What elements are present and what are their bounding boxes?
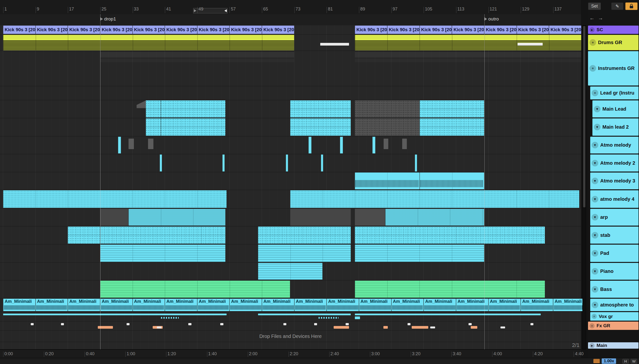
unfold-icon[interactable]: ▼ <box>592 142 598 148</box>
lane-stab[interactable] <box>0 226 581 244</box>
clip-thinv[interactable] <box>308 137 311 154</box>
audio-clip[interactable]: Am_Minimali <box>133 299 165 311</box>
unfold-icon[interactable]: ▼ <box>592 250 598 256</box>
track-header-main-lead[interactable]: ▼Main Lead <box>592 100 638 118</box>
lane-vox-gr[interactable] <box>0 312 581 321</box>
lane-atmo-melody-2[interactable] <box>0 154 581 172</box>
menu-icon[interactable]: ≡ <box>592 314 597 319</box>
locator-row[interactable]: drop1outro <box>0 14 581 26</box>
clip-pad[interactable] <box>100 244 225 262</box>
lane-atmo-melody[interactable] <box>0 136 581 154</box>
clip-lead[interactable] <box>290 100 351 118</box>
clip-thinv[interactable] <box>340 137 343 154</box>
locator-drop1[interactable]: drop1 <box>100 16 116 22</box>
lane-main-lead[interactable] <box>0 100 581 118</box>
track-header-atmo-melody[interactable]: ▼Atmo melody <box>590 137 638 154</box>
clip-fxo[interactable] <box>98 326 113 329</box>
kick-clip[interactable]: Kick 90s 3 [20 <box>517 26 549 34</box>
track-header-main[interactable]: ▶Main <box>588 342 638 349</box>
clip-bass[interactable] <box>100 281 290 298</box>
draw-mode-button[interactable]: ✎ <box>611 2 623 10</box>
clip-drum[interactable] <box>355 35 581 50</box>
clip-voxline[interactable] <box>355 316 360 319</box>
clip-ghost[interactable] <box>100 52 294 58</box>
clip-fxo[interactable] <box>383 326 388 329</box>
audio-clip[interactable]: Am_Minimali <box>392 299 424 311</box>
kick-clip[interactable]: Kick 90s 3 [20 <box>549 26 581 34</box>
lane-main[interactable]: 2/1 <box>0 342 581 350</box>
lane-atmo-melody-4[interactable] <box>0 190 581 208</box>
unfold-icon[interactable]: ▼ <box>592 268 598 274</box>
clip-thinv[interactable] <box>321 154 323 172</box>
clip-leadgray[interactable] <box>355 118 419 136</box>
clip-fxw[interactable] <box>408 323 411 326</box>
clip-pad[interactable] <box>258 244 351 262</box>
audio-clip[interactable]: Am_Minimali <box>294 299 327 311</box>
lane-main-lead-2[interactable] <box>0 118 581 136</box>
clip-grayflat[interactable] <box>355 209 385 226</box>
kick-clip[interactable]: Kick 90s 3 [20 <box>133 26 165 34</box>
lock-button[interactable] <box>625 2 637 10</box>
track-header-lead-gr-instru[interactable]: ≡Lead gr (Instru <box>590 86 638 100</box>
beat-time-ruler[interactable]: 191725334149576573818997105113121129137 <box>0 0 581 14</box>
clip-fxw[interactable] <box>283 323 286 326</box>
clip-pad[interactable] <box>258 263 323 280</box>
clip-thinvgray[interactable] <box>384 139 388 149</box>
clip-fxw[interactable] <box>530 323 533 326</box>
lane-lead-gr-instru[interactable] <box>0 86 581 100</box>
unfold-icon[interactable]: ▼ <box>594 124 600 130</box>
track-header-atmosphere-to[interactable]: ▼atmosphere to <box>590 299 638 311</box>
clip-lead[interactable] <box>146 118 160 136</box>
back-arrow-icon[interactable]: ← <box>589 15 595 21</box>
clip-pad[interactable] <box>355 244 484 262</box>
audio-clip[interactable]: Am_Minimali <box>521 299 553 311</box>
clip-fxw[interactable] <box>61 323 64 326</box>
clip-thinv[interactable] <box>415 154 417 172</box>
kick-clip[interactable]: Kick 90s 3 [20 <box>165 26 197 34</box>
kick-clip[interactable]: Kick 90s 3 [20 <box>3 26 35 34</box>
clip-bass[interactable] <box>355 281 545 298</box>
clip-fxw[interactable] <box>127 323 130 326</box>
track-header-atmo-melody-2[interactable]: ▼Atmo melody 2 <box>590 154 638 172</box>
clip-darklines[interactable] <box>290 209 351 226</box>
clip-ghost[interactable] <box>355 52 581 58</box>
audio-clip[interactable]: Am_Minimali <box>100 299 132 311</box>
kick-clip[interactable]: Kick 90s 3 [20 <box>484 26 517 34</box>
track-header-main-lead-2[interactable]: ▼Main lead 2 <box>592 118 638 136</box>
lane-instruments-gr[interactable] <box>0 51 581 86</box>
clip-dash[interactable] <box>161 317 179 319</box>
clip-darklines[interactable] <box>100 209 128 226</box>
unfold-icon[interactable]: ▼ <box>592 286 598 292</box>
lane-pad[interactable] <box>0 244 581 263</box>
unfold-icon[interactable]: ▼ <box>592 302 598 308</box>
unfold-icon[interactable]: ▼ <box>592 232 598 238</box>
kick-clip[interactable]: Kick 90s 3 [20 <box>262 26 294 34</box>
audio-clip[interactable]: Am_Minimali <box>262 299 294 311</box>
clip-thinvgray[interactable] <box>148 139 153 149</box>
kick-clip[interactable]: Kick 90s 3 [20 <box>68 26 100 34</box>
clip-fxw[interactable] <box>430 326 435 328</box>
clip-lead[interactable] <box>161 100 225 118</box>
track-header-sc[interactable]: ▶SC <box>588 26 638 34</box>
clip-thinv[interactable] <box>118 137 121 154</box>
loop-brace[interactable] <box>193 8 227 14</box>
clip-fxw[interactable] <box>157 326 161 328</box>
track-header-bass[interactable]: ▼Bass <box>590 281 638 298</box>
audio-clip[interactable]: Am_Minimali <box>424 299 456 311</box>
width-button[interactable]: W <box>631 359 637 364</box>
lane-arp[interactable] <box>0 208 581 226</box>
audio-clip[interactable]: Am_Minimali <box>36 299 68 311</box>
unfold-icon[interactable]: ▼ <box>592 178 598 184</box>
audio-clip[interactable]: Am_Minimali <box>165 299 197 311</box>
audio-clip[interactable]: Am_Minimali <box>3 299 35 311</box>
drop-zone[interactable]: Drop Files and Devices Here <box>0 330 581 342</box>
play-icon[interactable]: ▶ <box>589 27 595 32</box>
clip-fadegray[interactable] <box>137 100 146 108</box>
clip-barcode[interactable] <box>420 172 484 189</box>
menu-icon[interactable]: ≡ <box>589 39 596 46</box>
play-icon[interactable]: ▶ <box>589 343 595 348</box>
unfold-icon[interactable]: ▼ <box>592 160 598 166</box>
clip-fxo[interactable] <box>412 326 429 329</box>
unfold-icon[interactable]: ▼ <box>594 106 600 112</box>
audio-clip[interactable]: Am_Minimali <box>553 299 585 311</box>
